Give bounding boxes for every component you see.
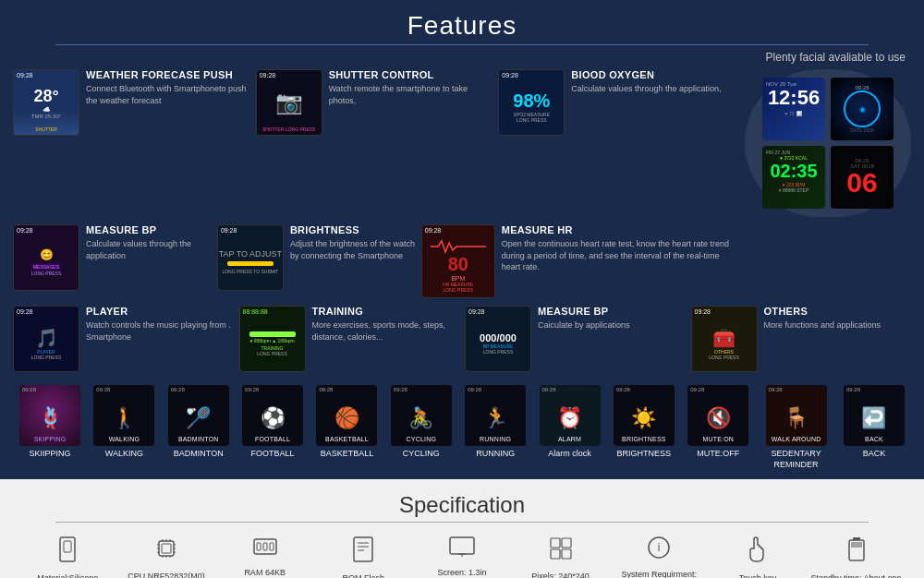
watch-thumb-training: 88:88:88 ♥ 888bpm ▲ 188bpm TRAINING LONG… [239,306,306,372]
spec-ram: RAM 64KB [219,536,311,578]
shutter-desc: Watch remote the smartphone to take phot… [329,83,493,106]
sport-label-mute: MUTE:OFF [697,449,739,460]
svg-rect-29 [551,549,560,559]
watch-thumb-shutter: 09:28 📷 SHUTTER LONG PRESS [256,69,322,136]
facial-subtitle: Plenty facial avaliable to use [0,51,924,64]
measure-hr-title: MEASURE HR [502,224,730,235]
sport-label-skipping: SKIIPPING [29,449,70,460]
ram-icon [252,536,278,563]
sport-label-running: RUNNING [476,449,515,460]
brightness-title: BRIGHTNESS [290,224,416,235]
spec-material: Material:Silicone [21,536,114,578]
feature-row-3: 09:28 🎵 PLAYER LONG PRESS PLAYER Watch c… [13,306,911,372]
spec-section: Specification Material:Silicone CPU NRF5… [0,479,924,578]
spec-standby: Standby time: About one week [810,536,903,578]
svg-rect-18 [263,543,267,550]
spec-cpu-text: CPU NRF52832(M0) [128,571,205,578]
pixels-icon [548,536,574,567]
watch-face-1: NOV 20 Tue 12:56 ♥ 72 📊 [762,78,825,140]
sport-sedentary: 09:28 🪑 WALK AROUND SEDENTARY REMINDER [760,385,833,470]
standby-icon [847,536,866,569]
training-title: TRAINING [312,306,460,317]
watch-face-4: 09:28 SAT 0928 06 [831,146,894,209]
watch-face-3: FRI 27 JUN ♥ 3722 KCAL 02:35 ♥ 203 BPM #… [762,146,825,209]
sport-walking: 09:28 🚶 WALKING WALKING [91,385,157,460]
sport-label-basketball: BASKETBALL [321,449,374,460]
weather-desc: Connect Bluetooth with Smartphoneto push… [86,83,250,106]
features-divider [55,44,869,45]
feature-measure-hr: 09:28 80 BPM HR MEASURE LONG PRESS MEASU… [421,224,730,298]
features-section-header: Features Plenty facial avaliable to use [0,0,924,64]
watch-thumb-oxygen: 09:28 98% SPO2 MEASURE LONG PRESS [498,69,565,136]
sport-label-football: FOOTBALL [251,449,295,460]
spec-ram-text: RAM 64KB [244,567,286,578]
measure-bp2-desc: Caiculate by applications [538,319,686,331]
sport-label-badminton: BADMINTON [174,449,224,460]
watch-thumb-others: 09:28 🧰 OTHERS LONG PRESS [691,306,758,372]
spec-system-text: System Requirment: ANDROID4.3 VERSION or… [613,569,705,578]
watch-faces-panel: NOV 20 Tue 12:56 ♥ 72 📊 09:28 ◉ [741,69,911,217]
svg-rect-27 [551,538,560,548]
sport-label-back: BACK [863,449,886,460]
feature-weather: 09:28 28° ☁️ TMR 25-30° SHUTTER WEATHER … [13,69,250,136]
sport-label-cycling: CYCLING [403,449,440,460]
feature-row-1: 09:28 28° ☁️ TMR 25-30° SHUTTER WEATHER … [13,69,911,217]
feature-measure-bp1: 09:28 😊 MESSAGES LONG PRESS MEASURE BP C… [13,224,212,291]
spec-touch: Touch key [711,536,804,578]
measure-bp1-desc: Calculate values through the application [86,238,212,261]
watch-thumb-weather: 09:28 28° ☁️ TMR 25-30° SHUTTER [13,69,79,136]
watch-thumb-bp1: 09:28 😊 MESSAGES LONG PRESS [13,224,79,291]
sport-cycling: 09:28 🚴 CYCLING CYCLING [388,385,455,460]
watch-face-2: 09:28 ◉ DATE 0928 [831,78,894,140]
sport-label-alarm: Alarm clock [548,449,591,460]
svg-rect-3 [162,544,171,553]
spec-pixels: Pixels: 240*240 [515,536,607,578]
feature-player: 09:28 🎵 PLAYER LONG PRESS PLAYER Watch c… [13,306,234,372]
training-desc: More exercises, sports mode, steps, dist… [312,319,460,343]
sport-label-sedentary: SEDENTARY REMINDER [760,449,833,470]
sports-row: 09:28 🪢 SKIPPING SKIIPPING 09:28 🚶 WALKI… [13,379,911,476]
spec-title: Specification [18,487,906,522]
watch-thumb-bp2: 09:28 000/000 BP MEASURE LONG PRESS [465,306,531,372]
feature-brightness: 09:28 TAP TO ADJUST LONG PRESS TO SUBMIT… [217,224,416,291]
sport-football: 09:28 ⚽ FOOTBALL FOOTBALL [239,385,306,460]
svg-rect-28 [562,538,571,548]
svg-rect-24 [450,537,474,554]
oxygen-title: BIOOD OXYGEN [571,69,736,80]
sport-label-brightness2: BRIGHTNESS [617,449,672,460]
sport-label-walking: WALKING [105,449,143,460]
svg-rect-20 [354,537,372,561]
spec-system: i System Requirment: ANDROID4.3 VERSION … [613,536,705,578]
svg-rect-1 [64,541,71,552]
system-icon: i [647,536,671,565]
touch-icon [747,536,769,569]
cpu-icon [153,536,179,567]
watch-thumb-brightness: 09:28 TAP TO ADJUST LONG PRESS TO SUBMIT [217,224,284,291]
feature-measure-bp2: 09:28 000/000 BP MEASURE LONG PRESS MEAS… [465,306,686,372]
oxygen-desc: Calculate values through the application… [571,83,736,95]
svg-rect-2 [159,541,174,556]
spec-rom: ROM Flash 512KB+32MB [317,536,409,578]
weather-title: WEATHER FORECASE PUSH [86,69,250,80]
spec-rom-text: ROM Flash 512KB+32MB [317,572,409,578]
sport-badminton: 09:28 🏸 BADMINTON BADMINTON [165,385,232,460]
features-title: Features [0,0,924,44]
spec-screen: Screen: 1.3in [416,536,508,578]
shutter-title: SHUTTER CONTROL [329,69,493,80]
measure-hr-desc: Open the continuous heart rate test, kno… [502,238,730,273]
svg-rect-19 [270,543,274,550]
spec-divider [55,522,869,523]
page: Features Plenty facial avaliable to use … [0,0,924,578]
feature-others: 09:28 🧰 OTHERS LONG PRESS OTHERS More fu… [691,306,912,372]
feature-row-2: 09:28 😊 MESSAGES LONG PRESS MEASURE BP C… [13,224,911,298]
sport-back: 09:28 ↩️ BACK BACK [841,385,907,460]
features-content: 09:28 28° ☁️ TMR 25-30° SHUTTER WEATHER … [0,69,924,476]
spec-standby-text: Standby time: About one week [810,572,903,578]
sport-brightness2: 09:28 ☀️ BRIGHTNESS BRIGHTNESS [611,385,677,460]
others-desc: More functions and applications [764,319,912,331]
svg-rect-30 [562,549,571,559]
sport-mute: 09:28 🔇 MUTE:ON MUTE:OFF [685,385,751,460]
sport-alarm: 09:28 ⏰ ALARM Alarm clock [537,385,603,460]
feature-oxygen: 09:28 98% SPO2 MEASURE LONG PRESS BIOOD … [498,69,736,136]
spec-pixels-text: Pixels: 240*240 [531,571,590,578]
